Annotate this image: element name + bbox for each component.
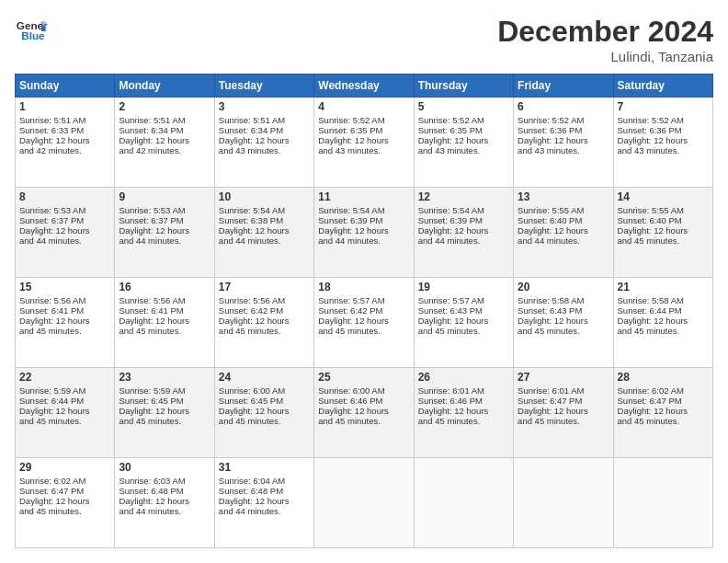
day-cell-1: 1 Sunrise: 5:51 AM Sunset: 6:33 PM Dayli… bbox=[16, 98, 115, 188]
sunset-label: Sunset: 6:42 PM bbox=[318, 305, 382, 316]
daylight-label: Daylight: 12 hours bbox=[318, 135, 389, 145]
daylight-minutes: and 44 minutes. bbox=[219, 236, 281, 246]
empty-cell bbox=[414, 458, 513, 548]
sunset-label: Sunset: 6:45 PM bbox=[119, 396, 183, 406]
day-number: 23 bbox=[119, 371, 210, 384]
daylight-minutes: and 42 minutes. bbox=[119, 145, 181, 155]
day-cell-31: 31 Sunrise: 6:04 AM Sunset: 6:48 PM Dayl… bbox=[214, 458, 313, 548]
sunrise-label: Sunrise: 5:53 AM bbox=[19, 205, 85, 215]
day-cell-9: 9 Sunrise: 5:53 AM Sunset: 6:37 PM Dayli… bbox=[115, 188, 214, 278]
calendar-week-3: 15 Sunrise: 5:56 AM Sunset: 6:41 PM Dayl… bbox=[16, 278, 713, 368]
day-number: 5 bbox=[418, 100, 509, 113]
daylight-label: Daylight: 12 hours bbox=[19, 225, 90, 236]
daylight-label: Daylight: 12 hours bbox=[219, 406, 290, 416]
daylight-label: Daylight: 12 hours bbox=[418, 316, 489, 326]
daylight-minutes: and 45 minutes. bbox=[19, 506, 82, 516]
empty-cell bbox=[514, 458, 613, 548]
day-number: 10 bbox=[219, 190, 310, 203]
daylight-label: Daylight: 12 hours bbox=[119, 135, 189, 145]
header-row: Sunday Monday Tuesday Wednesday Thursday… bbox=[16, 75, 713, 98]
sunset-label: Sunset: 6:47 PM bbox=[19, 486, 84, 496]
day-number: 9 bbox=[119, 190, 210, 203]
page: General Blue December 2024 Lulindi, Tanz… bbox=[0, 0, 728, 563]
sunset-label: Sunset: 6:47 PM bbox=[518, 396, 582, 406]
day-cell-28: 28 Sunrise: 6:02 AM Sunset: 6:47 PM Dayl… bbox=[613, 368, 712, 458]
sunset-label: Sunset: 6:47 PM bbox=[618, 396, 682, 406]
sunset-label: Sunset: 6:44 PM bbox=[19, 396, 84, 406]
daylight-label: Daylight: 12 hours bbox=[219, 496, 290, 506]
sunset-label: Sunset: 6:43 PM bbox=[518, 305, 582, 316]
location: Lulindi, Tanzania bbox=[497, 49, 713, 64]
day-number: 2 bbox=[119, 100, 210, 113]
day-cell-5: 5 Sunrise: 5:52 AM Sunset: 6:35 PM Dayli… bbox=[414, 98, 513, 188]
day-cell-15: 15 Sunrise: 5:56 AM Sunset: 6:41 PM Dayl… bbox=[16, 278, 115, 368]
daylight-minutes: and 43 minutes. bbox=[219, 145, 281, 155]
day-number: 6 bbox=[518, 100, 609, 113]
daylight-minutes: and 44 minutes. bbox=[518, 236, 580, 246]
daylight-label: Daylight: 12 hours bbox=[19, 316, 90, 326]
day-number: 3 bbox=[219, 100, 310, 113]
day-number: 15 bbox=[19, 281, 110, 293]
col-thursday: Thursday bbox=[414, 75, 513, 98]
month-title: December 2024 bbox=[497, 15, 713, 49]
empty-cell bbox=[613, 458, 712, 548]
sunrise-label: Sunrise: 5:51 AM bbox=[19, 115, 85, 125]
daylight-minutes: and 45 minutes. bbox=[19, 416, 82, 426]
daylight-label: Daylight: 12 hours bbox=[618, 225, 688, 236]
sunset-label: Sunset: 6:35 PM bbox=[418, 125, 483, 135]
daylight-minutes: and 45 minutes. bbox=[618, 236, 680, 246]
sunset-label: Sunset: 6:48 PM bbox=[219, 486, 283, 496]
daylight-minutes: and 45 minutes. bbox=[518, 416, 580, 426]
col-tuesday: Tuesday bbox=[214, 75, 313, 98]
daylight-label: Daylight: 12 hours bbox=[518, 135, 588, 145]
sunrise-label: Sunrise: 5:51 AM bbox=[119, 115, 185, 125]
header: General Blue December 2024 Lulindi, Tanz… bbox=[15, 15, 713, 64]
day-number: 31 bbox=[219, 461, 310, 474]
sunset-label: Sunset: 6:33 PM bbox=[19, 125, 84, 135]
day-cell-24: 24 Sunrise: 6:00 AM Sunset: 6:45 PM Dayl… bbox=[214, 368, 313, 458]
day-cell-11: 11 Sunrise: 5:54 AM Sunset: 6:39 PM Dayl… bbox=[314, 188, 414, 278]
sunset-label: Sunset: 6:42 PM bbox=[219, 305, 283, 316]
day-cell-21: 21 Sunrise: 5:58 AM Sunset: 6:44 PM Dayl… bbox=[613, 278, 712, 368]
day-number: 16 bbox=[119, 281, 210, 293]
sunrise-label: Sunrise: 5:58 AM bbox=[618, 295, 684, 305]
daylight-label: Daylight: 12 hours bbox=[418, 135, 489, 145]
daylight-label: Daylight: 12 hours bbox=[119, 225, 189, 236]
sunset-label: Sunset: 6:38 PM bbox=[219, 215, 283, 225]
sunrise-label: Sunrise: 5:56 AM bbox=[19, 295, 85, 305]
day-cell-17: 17 Sunrise: 5:56 AM Sunset: 6:42 PM Dayl… bbox=[214, 278, 313, 368]
day-number: 30 bbox=[119, 461, 210, 474]
daylight-label: Daylight: 12 hours bbox=[219, 225, 290, 236]
sunrise-label: Sunrise: 5:59 AM bbox=[19, 385, 85, 396]
sunrise-label: Sunrise: 6:00 AM bbox=[318, 385, 384, 396]
col-wednesday: Wednesday bbox=[314, 75, 414, 98]
daylight-label: Daylight: 12 hours bbox=[119, 496, 189, 506]
day-cell-26: 26 Sunrise: 6:01 AM Sunset: 6:46 PM Dayl… bbox=[414, 368, 513, 458]
daylight-minutes: and 43 minutes. bbox=[518, 145, 580, 155]
daylight-minutes: and 45 minutes. bbox=[418, 326, 481, 336]
day-number: 17 bbox=[219, 281, 310, 293]
daylight-minutes: and 45 minutes. bbox=[119, 326, 181, 336]
title-block: December 2024 Lulindi, Tanzania bbox=[497, 15, 713, 64]
day-number: 24 bbox=[219, 371, 310, 384]
sunrise-label: Sunrise: 6:02 AM bbox=[618, 385, 684, 396]
sunrise-label: Sunrise: 6:04 AM bbox=[219, 476, 285, 486]
day-number: 27 bbox=[518, 371, 609, 384]
logo: General Blue bbox=[15, 15, 48, 48]
calendar-week-2: 8 Sunrise: 5:53 AM Sunset: 6:37 PM Dayli… bbox=[16, 188, 713, 278]
daylight-label: Daylight: 12 hours bbox=[219, 135, 290, 145]
sunset-label: Sunset: 6:40 PM bbox=[518, 215, 582, 225]
sunset-label: Sunset: 6:36 PM bbox=[618, 125, 682, 135]
sunset-label: Sunset: 6:36 PM bbox=[518, 125, 582, 135]
sunrise-label: Sunrise: 6:00 AM bbox=[219, 385, 285, 396]
daylight-minutes: and 45 minutes. bbox=[219, 416, 281, 426]
day-cell-8: 8 Sunrise: 5:53 AM Sunset: 6:37 PM Dayli… bbox=[16, 188, 115, 278]
daylight-label: Daylight: 12 hours bbox=[618, 406, 688, 416]
day-cell-30: 30 Sunrise: 6:03 AM Sunset: 6:48 PM Dayl… bbox=[115, 458, 214, 548]
calendar-week-4: 22 Sunrise: 5:59 AM Sunset: 6:44 PM Dayl… bbox=[16, 368, 713, 458]
sunrise-label: Sunrise: 6:01 AM bbox=[418, 385, 484, 396]
col-friday: Friday bbox=[514, 75, 613, 98]
day-number: 26 bbox=[418, 371, 509, 384]
daylight-label: Daylight: 12 hours bbox=[318, 406, 389, 416]
daylight-minutes: and 45 minutes. bbox=[318, 416, 381, 426]
